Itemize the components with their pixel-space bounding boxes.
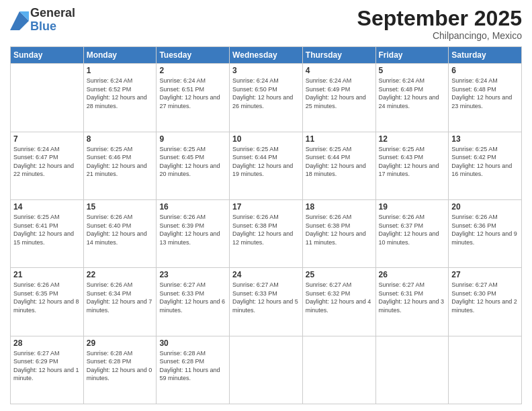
col-thursday: Thursday — [302, 47, 375, 64]
table-row: 25 Sunrise: 6:27 AMSunset: 6:32 PMDaylig… — [302, 268, 375, 336]
day-info: Sunrise: 6:26 AMSunset: 6:36 PMDaylight:… — [451, 214, 517, 246]
day-info: Sunrise: 6:24 AMSunset: 6:48 PMDaylight:… — [451, 77, 512, 109]
month-title: September 2025 — [357, 7, 522, 30]
table-row: 10 Sunrise: 6:25 AMSunset: 6:44 PMDaylig… — [230, 132, 303, 199]
day-info: Sunrise: 6:24 AMSunset: 6:50 PMDaylight:… — [232, 77, 293, 109]
table-row: 2 Sunrise: 6:24 AMSunset: 6:51 PMDayligh… — [157, 64, 230, 132]
table-row: 3 Sunrise: 6:24 AMSunset: 6:50 PMDayligh… — [230, 64, 303, 132]
day-info: Sunrise: 6:25 AMSunset: 6:43 PMDaylight:… — [379, 146, 439, 178]
day-number: 11 — [306, 134, 373, 144]
day-info: Sunrise: 6:24 AMSunset: 6:49 PMDaylight:… — [306, 77, 366, 109]
col-monday: Monday — [83, 47, 157, 64]
day-number: 2 — [159, 66, 226, 75]
table-row: 26 Sunrise: 6:27 AMSunset: 6:31 PMDaylig… — [375, 268, 449, 336]
table-row: 24 Sunrise: 6:27 AMSunset: 6:33 PMDaylig… — [230, 268, 303, 336]
day-number: 26 — [379, 270, 446, 279]
day-info: Sunrise: 6:25 AMSunset: 6:46 PMDaylight:… — [87, 146, 147, 178]
table-row: 13 Sunrise: 6:25 AMSunset: 6:42 PMDaylig… — [449, 132, 522, 199]
table-row: 23 Sunrise: 6:27 AMSunset: 6:33 PMDaylig… — [157, 268, 230, 336]
day-number: 29 — [87, 338, 154, 348]
calendar-table: Sunday Monday Tuesday Wednesday Thursday… — [10, 46, 522, 404]
table-row: 5 Sunrise: 6:24 AMSunset: 6:48 PMDayligh… — [375, 64, 449, 132]
day-number: 22 — [87, 270, 154, 279]
day-info: Sunrise: 6:25 AMSunset: 6:41 PMDaylight:… — [13, 214, 74, 246]
table-row: 18 Sunrise: 6:26 AMSunset: 6:38 PMDaylig… — [302, 199, 375, 267]
table-row — [302, 336, 375, 404]
table-row: 8 Sunrise: 6:25 AMSunset: 6:46 PMDayligh… — [83, 132, 157, 199]
day-info: Sunrise: 6:25 AMSunset: 6:42 PMDaylight:… — [451, 146, 512, 178]
table-row: 28 Sunrise: 6:27 AMSunset: 6:29 PMDaylig… — [11, 336, 84, 404]
day-info: Sunrise: 6:24 AMSunset: 6:51 PMDaylight:… — [159, 77, 220, 109]
day-info: Sunrise: 6:26 AMSunset: 6:34 PMDaylight:… — [87, 281, 152, 314]
day-info: Sunrise: 6:25 AMSunset: 6:45 PMDaylight:… — [159, 146, 220, 178]
day-info: Sunrise: 6:27 AMSunset: 6:30 PMDaylight:… — [451, 281, 517, 314]
table-row: 27 Sunrise: 6:27 AMSunset: 6:30 PMDaylig… — [449, 268, 522, 336]
day-number: 3 — [232, 66, 300, 75]
day-number: 4 — [306, 66, 373, 75]
day-number: 23 — [159, 270, 226, 279]
day-number: 28 — [13, 338, 81, 348]
day-number: 8 — [87, 134, 154, 144]
day-number: 1 — [87, 66, 154, 75]
col-wednesday: Wednesday — [230, 47, 303, 64]
col-friday: Friday — [375, 47, 449, 64]
day-number: 12 — [379, 134, 446, 144]
table-row: 15 Sunrise: 6:26 AMSunset: 6:40 PMDaylig… — [83, 199, 157, 267]
day-number: 14 — [13, 202, 81, 212]
day-number: 6 — [451, 66, 519, 75]
day-info: Sunrise: 6:24 AMSunset: 6:47 PMDaylight:… — [13, 146, 74, 178]
day-number: 9 — [159, 134, 226, 144]
location-subtitle: Chilpancingo, Mexico — [357, 30, 522, 41]
calendar-header: Sunday Monday Tuesday Wednesday Thursday… — [11, 47, 522, 64]
day-number: 21 — [13, 270, 81, 279]
day-info: Sunrise: 6:28 AMSunset: 6:28 PMDaylight:… — [159, 350, 220, 382]
table-row: 17 Sunrise: 6:26 AMSunset: 6:38 PMDaylig… — [230, 199, 303, 267]
table-row: 30 Sunrise: 6:28 AMSunset: 6:28 PMDaylig… — [157, 336, 230, 404]
table-row: 20 Sunrise: 6:26 AMSunset: 6:36 PMDaylig… — [449, 199, 522, 267]
table-row: 1 Sunrise: 6:24 AMSunset: 6:52 PMDayligh… — [83, 64, 157, 132]
table-row: 21 Sunrise: 6:26 AMSunset: 6:35 PMDaylig… — [11, 268, 84, 336]
table-row: 9 Sunrise: 6:25 AMSunset: 6:45 PMDayligh… — [157, 132, 230, 199]
table-row: 14 Sunrise: 6:25 AMSunset: 6:41 PMDaylig… — [11, 199, 84, 267]
day-info: Sunrise: 6:27 AMSunset: 6:33 PMDaylight:… — [159, 281, 225, 314]
day-info: Sunrise: 6:27 AMSunset: 6:33 PMDaylight:… — [232, 281, 298, 314]
day-number: 24 — [232, 270, 300, 279]
day-number: 27 — [451, 270, 519, 279]
day-info: Sunrise: 6:24 AMSunset: 6:52 PMDaylight:… — [87, 77, 147, 109]
col-tuesday: Tuesday — [157, 47, 230, 64]
day-info: Sunrise: 6:27 AMSunset: 6:32 PMDaylight:… — [306, 281, 371, 314]
table-row — [11, 64, 84, 132]
table-row: 12 Sunrise: 6:25 AMSunset: 6:43 PMDaylig… — [375, 132, 449, 199]
day-info: Sunrise: 6:25 AMSunset: 6:44 PMDaylight:… — [232, 146, 293, 178]
day-info: Sunrise: 6:26 AMSunset: 6:39 PMDaylight:… — [159, 214, 220, 246]
col-sunday: Sunday — [11, 47, 84, 64]
logo-general-text: General — [30, 7, 75, 20]
day-info: Sunrise: 6:28 AMSunset: 6:28 PMDaylight:… — [87, 350, 152, 382]
day-info: Sunrise: 6:26 AMSunset: 6:38 PMDaylight:… — [232, 214, 293, 246]
day-number: 19 — [379, 202, 446, 212]
day-info: Sunrise: 6:26 AMSunset: 6:40 PMDaylight:… — [87, 214, 147, 246]
logo-text: General Blue — [30, 7, 75, 34]
day-number: 5 — [379, 66, 446, 75]
day-number: 13 — [451, 134, 519, 144]
day-info: Sunrise: 6:27 AMSunset: 6:31 PMDaylight:… — [379, 281, 445, 314]
table-row: 22 Sunrise: 6:26 AMSunset: 6:34 PMDaylig… — [83, 268, 157, 336]
table-row — [230, 336, 303, 404]
col-saturday: Saturday — [449, 47, 522, 64]
day-number: 18 — [306, 202, 373, 212]
logo-icon — [10, 11, 29, 30]
day-number: 10 — [232, 134, 300, 144]
day-number: 25 — [306, 270, 373, 279]
title-block: September 2025 Chilpancingo, Mexico — [357, 7, 522, 41]
day-number: 7 — [13, 134, 81, 144]
header-row: Sunday Monday Tuesday Wednesday Thursday… — [11, 47, 522, 64]
logo: General Blue — [10, 7, 75, 34]
day-info: Sunrise: 6:26 AMSunset: 6:35 PMDaylight:… — [13, 281, 79, 314]
day-number: 30 — [159, 338, 226, 348]
day-number: 15 — [87, 202, 154, 212]
calendar-body: 1 Sunrise: 6:24 AMSunset: 6:52 PMDayligh… — [11, 64, 522, 404]
day-info: Sunrise: 6:25 AMSunset: 6:44 PMDaylight:… — [306, 146, 366, 178]
day-info: Sunrise: 6:26 AMSunset: 6:37 PMDaylight:… — [379, 214, 439, 246]
table-row: 4 Sunrise: 6:24 AMSunset: 6:49 PMDayligh… — [302, 64, 375, 132]
table-row — [375, 336, 449, 404]
